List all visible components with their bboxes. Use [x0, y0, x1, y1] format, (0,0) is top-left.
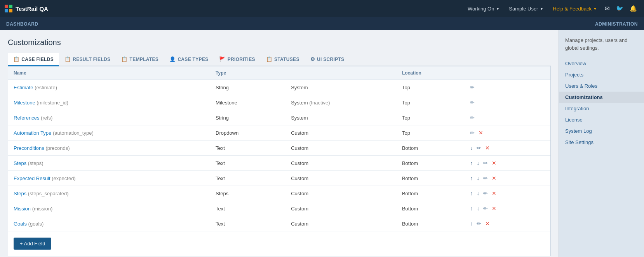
- field-system-cell: System (Inactive): [285, 95, 397, 110]
- chevron-down-icon: ▼: [593, 7, 597, 11]
- field-name-link[interactable]: Steps: [14, 191, 26, 196]
- tab-templates[interactable]: 📋 TEMPLATES: [116, 53, 164, 66]
- field-name-link[interactable]: References: [14, 115, 39, 121]
- field-system-cell: Custom: [285, 156, 397, 171]
- sidebar-item-system-log[interactable]: System Log: [559, 125, 644, 137]
- user-menu-btn[interactable]: Sample User ▼: [505, 4, 547, 13]
- tab-result-fields[interactable]: 📋 RESULT FIELDS: [59, 53, 116, 66]
- twitter-icon-btn[interactable]: 🐦: [614, 3, 626, 14]
- move-down-button[interactable]: ↓: [469, 144, 473, 152]
- delete-button[interactable]: ✕: [491, 159, 497, 167]
- edit-button[interactable]: ✏: [469, 129, 475, 137]
- tab-ui-scripts[interactable]: ⚙ UI SCRIPTS: [305, 53, 350, 66]
- table-row: Estimate (estimate)StringSystemTop✏: [8, 80, 550, 95]
- tab-statuses[interactable]: 📋 STATUSES: [261, 53, 305, 66]
- table-row: Milestone (milestone_id)MilestoneSystem …: [8, 95, 550, 110]
- move-down-button[interactable]: ↓: [476, 205, 480, 212]
- col-actions: [464, 66, 550, 80]
- col-type: Type: [210, 66, 285, 80]
- sidebar-item-site-settings[interactable]: Site Settings: [559, 137, 644, 148]
- statuses-icon: 📋: [266, 56, 272, 62]
- field-system-cell: Custom: [285, 216, 397, 231]
- field-key: (milestone_id): [35, 100, 68, 106]
- tab-case-fields[interactable]: 📋 CASE FIELDS: [8, 53, 59, 66]
- add-field-button[interactable]: + Add Field: [14, 238, 51, 250]
- sidebar-item-customizations[interactable]: Customizations: [559, 92, 644, 103]
- move-down-button[interactable]: ↓: [476, 174, 480, 182]
- table-row: Automation Type (automation_type)Dropdow…: [8, 125, 550, 141]
- field-location-cell: Bottom: [397, 141, 464, 156]
- actions-container: ✏: [469, 83, 545, 91]
- delete-button[interactable]: ✕: [484, 144, 491, 152]
- field-name-link[interactable]: Expected Result: [14, 175, 50, 181]
- field-key: (steps_separated): [26, 191, 68, 196]
- field-location-cell: Top: [397, 110, 464, 125]
- edit-button[interactable]: ✏: [482, 174, 489, 182]
- field-name-cell: Steps (steps_separated): [8, 186, 210, 201]
- field-name-cell: Mission (mission): [8, 201, 210, 216]
- field-name-cell: Goals (goals): [8, 216, 210, 231]
- page-title: Customizations: [8, 38, 551, 47]
- field-name-link[interactable]: Goals: [14, 221, 27, 227]
- edit-button[interactable]: ✏: [469, 114, 475, 122]
- field-name-link[interactable]: Mission: [14, 206, 31, 212]
- field-type-cell: String: [210, 80, 285, 95]
- sidebar-item-integration[interactable]: Integration: [559, 103, 644, 114]
- actions-container: ↑↓✏✕: [469, 205, 545, 212]
- edit-button[interactable]: ✏: [469, 99, 475, 106]
- delete-button[interactable]: ✕: [491, 174, 497, 182]
- field-key: (mission): [31, 206, 52, 212]
- table-row: Expected Result (expected)TextCustomBott…: [8, 171, 550, 186]
- working-on-btn[interactable]: Working On ▼: [464, 4, 503, 13]
- tabs: 📋 CASE FIELDS 📋 RESULT FIELDS 📋 TEMPLATE…: [8, 53, 551, 66]
- move-down-button[interactable]: ↓: [476, 159, 480, 167]
- move-up-button[interactable]: ↑: [469, 159, 473, 167]
- sub-nav: DASHBOARD ADMINISTRATION: [0, 17, 644, 30]
- delete-button[interactable]: ✕: [484, 220, 491, 227]
- actions-container: ✏: [469, 114, 545, 122]
- field-key: (preconds): [44, 145, 70, 151]
- edit-button[interactable]: ✏: [482, 159, 489, 167]
- edit-button[interactable]: ✏: [482, 189, 489, 197]
- col-system: [285, 66, 397, 80]
- tab-case-types[interactable]: 👤 CASE TYPES: [164, 53, 214, 66]
- move-down-button[interactable]: ↓: [476, 189, 480, 197]
- field-name-link[interactable]: Milestone: [14, 100, 35, 106]
- fields-table-container: Name Type Location Estimate (estimate)St…: [8, 66, 551, 256]
- move-up-button[interactable]: ↑: [469, 189, 473, 197]
- edit-button[interactable]: ✏: [482, 205, 489, 212]
- edit-button[interactable]: ✏: [476, 144, 482, 152]
- mail-icon-btn[interactable]: ✉: [602, 3, 612, 14]
- field-name-link[interactable]: Estimate: [14, 85, 33, 90]
- delete-button[interactable]: ✕: [478, 129, 484, 137]
- sidebar-item-overview[interactable]: Overview: [559, 58, 644, 69]
- move-up-button[interactable]: ↑: [469, 174, 473, 182]
- app-logo[interactable]: TestRail QA: [5, 5, 48, 12]
- col-name: Name: [8, 66, 210, 80]
- sidebar-item-projects[interactable]: Projects: [559, 69, 644, 80]
- actions-container: ↑↓✏✕: [469, 159, 545, 167]
- field-name-cell: Milestone (milestone_id): [8, 95, 210, 110]
- sidebar-item-license[interactable]: License: [559, 114, 644, 125]
- field-type-cell: Milestone: [210, 95, 285, 110]
- delete-button[interactable]: ✕: [491, 205, 497, 212]
- field-actions-cell: ✏✕: [464, 125, 550, 141]
- field-name-link[interactable]: Steps: [14, 160, 26, 166]
- help-feedback-btn[interactable]: Help & Feedback ▼: [549, 4, 601, 13]
- actions-container: ↓✏✕: [469, 144, 545, 152]
- field-actions-cell: ↑↓✏✕: [464, 156, 550, 171]
- tab-priorities[interactable]: 🚩 PRIORITIES: [214, 53, 260, 66]
- move-up-button[interactable]: ↑: [469, 220, 473, 227]
- move-up-button[interactable]: ↑: [469, 205, 473, 212]
- edit-button[interactable]: ✏: [469, 83, 475, 91]
- sidebar-item-users-roles[interactable]: Users & Roles: [559, 80, 644, 92]
- administration-link[interactable]: ADMINISTRATION: [595, 21, 638, 27]
- app-title: TestRail QA: [16, 5, 48, 12]
- field-key: (goals): [27, 221, 44, 227]
- notification-icon-btn[interactable]: 🔔: [627, 3, 639, 14]
- dashboard-link[interactable]: DASHBOARD: [6, 21, 38, 27]
- field-name-link[interactable]: Preconditions: [14, 145, 44, 151]
- field-name-link[interactable]: Automation Type: [14, 130, 51, 136]
- edit-button[interactable]: ✏: [476, 220, 482, 227]
- delete-button[interactable]: ✕: [491, 189, 497, 197]
